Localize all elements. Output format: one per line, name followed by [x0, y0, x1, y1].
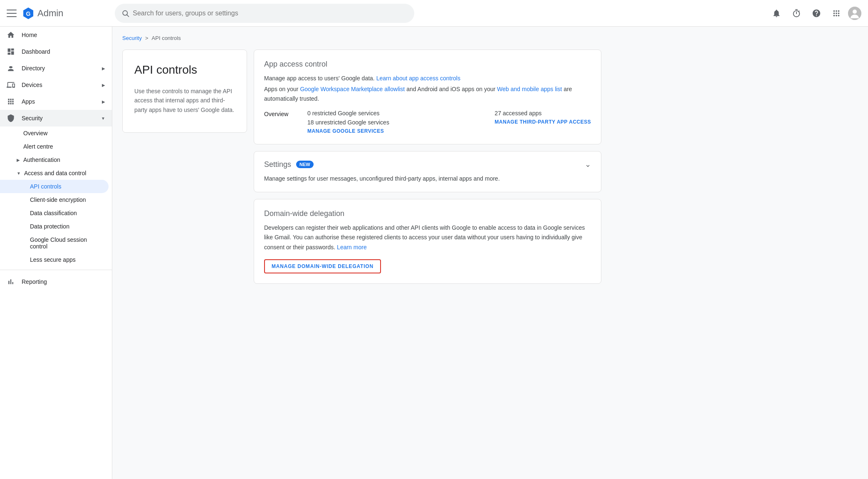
- new-badge: NEW: [296, 161, 314, 168]
- sidebar-divider: [0, 270, 112, 270]
- sidebar-item-label: Reporting: [22, 278, 47, 285]
- sidebar-item-dashboard[interactable]: Dashboard: [0, 43, 109, 60]
- timer-icon[interactable]: [788, 5, 805, 22]
- sidebar-sub-label: API controls: [30, 183, 61, 190]
- sidebar-item-reporting[interactable]: Reporting: [0, 273, 112, 290]
- manage-delegation-button[interactable]: MANAGE DOMAIN-WIDE DELEGATION: [264, 259, 381, 273]
- search-bar[interactable]: [115, 4, 414, 23]
- sidebar-item-home[interactable]: Home: [0, 27, 109, 43]
- avatar[interactable]: [848, 7, 861, 20]
- sidebar-sub-api-controls[interactable]: API controls: [0, 180, 109, 193]
- learn-about-link[interactable]: Learn about app access controls: [376, 75, 460, 82]
- sidebar-sub-label: Less secure apps: [30, 256, 76, 263]
- content-area: Security > API controls API controls Use…: [112, 27, 868, 479]
- hamburger-icon[interactable]: [7, 8, 17, 18]
- sidebar-sub-label: Data protection: [30, 223, 69, 230]
- sidebar-sub-alert-centre[interactable]: Alert centre: [0, 140, 109, 153]
- sidebar-item-security[interactable]: Security ▼: [0, 110, 112, 127]
- settings-title-row: Settings NEW: [264, 160, 314, 169]
- sidebar: Home Dashboard Directory ▶ Devices ▶: [0, 27, 112, 479]
- sidebar-item-label: Dashboard: [22, 48, 50, 55]
- topbar-icons: [768, 5, 861, 22]
- expand-right-icon: ▶: [102, 66, 105, 71]
- sidebar-item-label: Security: [22, 115, 43, 122]
- sidebar-sub-access-data-control[interactable]: ▼ Access and data control: [0, 166, 109, 180]
- app-title: Admin: [37, 8, 63, 19]
- directory-icon: [7, 64, 15, 72]
- home-icon: [7, 31, 15, 39]
- sidebar-item-directory[interactable]: Directory ▶: [0, 60, 112, 77]
- logo-container: G Admin: [22, 7, 63, 20]
- settings-desc: Manage settings for user messages, uncon…: [264, 174, 591, 183]
- main-layout: Home Dashboard Directory ▶ Devices ▶: [0, 27, 868, 479]
- stat-accessed-apps: 27 accessed apps: [495, 110, 591, 117]
- apps-icon: [7, 97, 15, 106]
- search-input[interactable]: [133, 10, 408, 17]
- sidebar-sub-client-side-encryption[interactable]: Client-side encryption: [0, 193, 109, 206]
- sidebar-sub-data-classification[interactable]: Data classification: [0, 206, 109, 220]
- expand-right-icon: ▶: [17, 158, 20, 162]
- manage-third-party-link[interactable]: MANAGE THIRD-PARTY APP ACCESS: [495, 119, 591, 125]
- sidebar-item-apps[interactable]: Apps ▶: [0, 93, 112, 110]
- learn-more-link[interactable]: Learn more: [337, 244, 367, 251]
- overview-label: Overview: [264, 110, 297, 117]
- help-icon[interactable]: [808, 5, 825, 22]
- stat-unrestricted: 18 unrestricted Google services: [307, 119, 485, 126]
- breadcrumb-current: API controls: [152, 35, 181, 41]
- security-icon: [7, 114, 15, 122]
- devices-icon: [7, 81, 15, 89]
- content-inner: Security > API controls API controls Use…: [112, 27, 611, 292]
- dashboard-icon: [7, 47, 15, 56]
- reporting-icon: [7, 278, 15, 286]
- breadcrumb-separator: >: [145, 35, 148, 41]
- expand-down-icon: ▼: [101, 116, 105, 121]
- delegation-desc: Developers can register their web applic…: [264, 223, 591, 253]
- overview-data-right: 27 accessed apps MANAGE THIRD-PARTY APP …: [495, 110, 591, 125]
- sidebar-sub-label: Client-side encryption: [30, 196, 86, 203]
- google-logo: G: [22, 7, 35, 20]
- svg-point-5: [853, 10, 857, 14]
- grid-icon[interactable]: [828, 5, 845, 22]
- settings-card: Settings NEW ⌄ Manage settings for user …: [254, 151, 601, 192]
- expand-right-icon: ▶: [102, 99, 105, 104]
- sidebar-item-devices[interactable]: Devices ▶: [0, 77, 112, 93]
- left-panel: API controls Use these controls to manag…: [122, 50, 247, 284]
- sidebar-sub-google-cloud[interactable]: Google Cloud session control: [0, 233, 109, 253]
- app-access-desc1: Manage app access to users' Google data.…: [264, 74, 591, 83]
- marketplace-allowlist-link[interactable]: Google Workspace Marketplace allowlist: [300, 86, 405, 92]
- sidebar-sub-label: Access and data control: [24, 170, 86, 176]
- sidebar-sub-label: Overview: [23, 130, 47, 137]
- breadcrumb-parent[interactable]: Security: [122, 35, 142, 41]
- sidebar-item-label: Directory: [22, 65, 45, 72]
- search-icon: [121, 9, 129, 17]
- api-controls-card: API controls Use these controls to manag…: [122, 50, 247, 133]
- overview-data-left: 0 restricted Google services 18 unrestri…: [307, 110, 485, 134]
- delegation-title: Domain-wide delegation: [264, 209, 591, 218]
- api-controls-title: API controls: [134, 63, 235, 77]
- sidebar-sub-less-secure[interactable]: Less secure apps: [0, 253, 109, 266]
- sidebar-item-label: Devices: [22, 82, 42, 88]
- sidebar-sub-label: Authentication: [23, 156, 60, 163]
- topbar-left: G Admin: [7, 7, 115, 20]
- sidebar-sub-label: Alert centre: [23, 143, 53, 150]
- api-controls-desc: Use these controls to manage the API acc…: [134, 87, 235, 114]
- svg-line-3: [127, 15, 129, 16]
- app-access-control-title: App access control: [264, 60, 591, 69]
- sidebar-sub-data-protection[interactable]: Data protection: [0, 220, 109, 233]
- sidebar-sub-label: Google Cloud session control: [30, 236, 102, 250]
- stat-restricted: 0 restricted Google services: [307, 110, 485, 117]
- expand-down-icon: ▼: [17, 171, 21, 176]
- settings-expand-icon[interactable]: ⌄: [585, 160, 591, 169]
- app-access-desc2: Apps on your Google Workspace Marketplac…: [264, 84, 591, 103]
- content-flex: API controls Use these controls to manag…: [122, 50, 601, 284]
- web-mobile-list-link[interactable]: Web and mobile apps list: [497, 86, 562, 92]
- notifications-icon[interactable]: [768, 5, 785, 22]
- settings-title: Settings: [264, 160, 291, 169]
- svg-text:G: G: [26, 10, 31, 17]
- sidebar-sub-authentication[interactable]: ▶ Authentication: [0, 153, 109, 166]
- sidebar-sub-overview[interactable]: Overview: [0, 127, 109, 140]
- manage-google-services-link[interactable]: MANAGE GOOGLE SERVICES: [307, 128, 485, 134]
- right-panel: App access control Manage app access to …: [254, 50, 601, 284]
- topbar: G Admin: [0, 0, 868, 27]
- settings-header: Settings NEW ⌄: [264, 160, 591, 169]
